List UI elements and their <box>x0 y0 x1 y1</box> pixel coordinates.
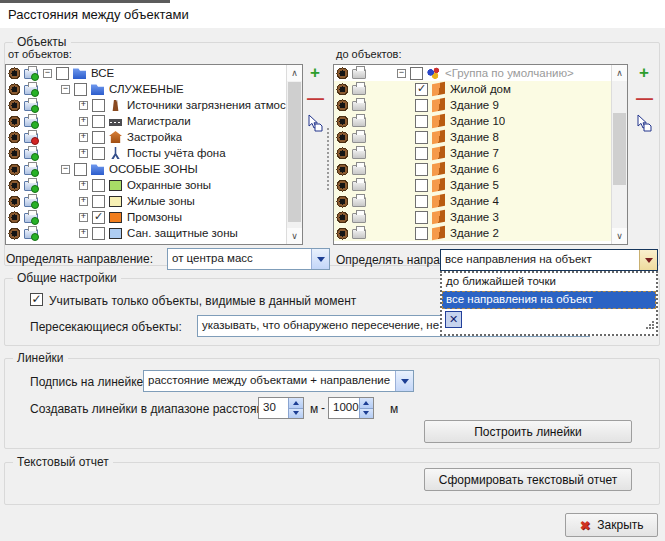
tree-checkbox[interactable] <box>74 83 87 96</box>
eye-icon[interactable] <box>336 147 349 160</box>
eye-icon[interactable] <box>336 195 349 208</box>
printer-icon[interactable] <box>352 133 366 143</box>
tree-item-label[interactable]: Жилые зоны <box>127 195 195 207</box>
scroll-up-icon[interactable]: ∧ <box>612 65 627 81</box>
expand-toggle-icon[interactable] <box>79 133 88 142</box>
eye-icon[interactable] <box>336 131 349 144</box>
printer-icon[interactable] <box>24 133 38 143</box>
tree-checkbox[interactable] <box>92 211 105 224</box>
tree-checkbox[interactable] <box>92 179 105 192</box>
tree-item-label[interactable]: Промзоны <box>127 211 182 223</box>
scrollbar-thumb[interactable] <box>613 113 626 185</box>
expand-toggle-icon[interactable] <box>79 229 88 238</box>
tree-row[interactable]: ВСЕ <box>6 65 287 81</box>
printer-icon[interactable] <box>24 229 38 239</box>
eye-icon[interactable] <box>8 211 21 224</box>
tree-item-label[interactable]: Здание 7 <box>450 147 499 159</box>
pick-to-objects-icon[interactable] <box>634 114 652 135</box>
tree-item-label[interactable]: Источники загрязнения атмос... <box>127 99 287 111</box>
tree-checkbox[interactable] <box>415 179 428 192</box>
tree-item-label[interactable]: ОСОБЫЕ ЗОНЫ <box>109 163 198 175</box>
tree-row[interactable]: Здание 5 <box>334 177 612 193</box>
expand-toggle-icon[interactable] <box>61 85 70 94</box>
printer-icon[interactable] <box>352 149 366 159</box>
tree-checkbox[interactable] <box>415 131 428 144</box>
printer-icon[interactable] <box>352 181 366 191</box>
expand-toggle-icon[interactable] <box>79 149 88 158</box>
eye-icon[interactable] <box>8 195 21 208</box>
to-objects-tree[interactable]: <Группа по умолчанию> Жилой дом <box>333 64 628 245</box>
ruler-caption-combo[interactable]: расстояние между объектами + направление <box>143 370 414 392</box>
tree-row[interactable]: Здание 6 <box>334 161 612 177</box>
expand-toggle-icon[interactable] <box>79 197 88 206</box>
expand-toggle-icon[interactable] <box>61 165 70 174</box>
chevron-down-icon[interactable] <box>311 249 329 269</box>
tree-checkbox[interactable] <box>74 163 87 176</box>
range-min-value[interactable]: 30 <box>259 398 288 418</box>
printer-icon[interactable] <box>24 117 38 127</box>
tree-checkbox[interactable] <box>415 163 428 176</box>
from-direction-combo[interactable]: от центра масс <box>167 248 330 270</box>
spin-up-icon[interactable] <box>289 398 303 408</box>
tree-checkbox[interactable] <box>415 99 428 112</box>
tree-item-label[interactable]: Сан. защитные зоны <box>127 227 238 239</box>
eye-icon[interactable] <box>8 83 21 96</box>
tree-row[interactable]: Застройка <box>6 129 287 145</box>
tree-item-label[interactable]: Здание 8 <box>450 131 499 143</box>
tree-item-label[interactable]: ВСЕ <box>91 67 114 79</box>
eye-icon[interactable] <box>8 67 21 80</box>
printer-icon[interactable] <box>24 101 38 111</box>
add-to-objects-button[interactable]: + <box>636 66 652 80</box>
tree-row[interactable]: Здание 9 <box>334 97 612 113</box>
tree-row[interactable]: <Группа по умолчанию> <box>334 65 612 81</box>
eye-icon[interactable] <box>8 179 21 192</box>
tree-item-label[interactable]: Магистрали <box>127 115 191 127</box>
expand-toggle-icon[interactable] <box>43 69 52 78</box>
expand-toggle-icon[interactable] <box>79 117 88 126</box>
tree-checkbox[interactable] <box>92 147 105 160</box>
spin-up-icon[interactable] <box>360 398 373 408</box>
to-direction-combo[interactable]: все направления на объект <box>440 249 658 271</box>
tree-checkbox[interactable] <box>415 227 428 240</box>
chevron-down-icon[interactable] <box>639 250 657 270</box>
eye-icon[interactable] <box>336 163 349 176</box>
tree-item-label[interactable]: Застройка <box>127 131 182 143</box>
printer-icon[interactable] <box>352 165 366 175</box>
range-max-value[interactable]: 1000 <box>329 398 359 418</box>
tree-checkbox[interactable] <box>415 147 428 160</box>
printer-icon[interactable] <box>24 213 38 223</box>
tree-item-label[interactable]: Здание 10 <box>450 115 505 127</box>
to-tree-scrollbar[interactable]: ∧ ∨ <box>611 65 627 244</box>
add-from-objects-button[interactable]: + <box>307 66 323 80</box>
tree-item-label[interactable]: Здание 9 <box>450 99 499 111</box>
eye-icon[interactable] <box>336 115 349 128</box>
tree-checkbox[interactable] <box>92 195 105 208</box>
dropdown-option[interactable]: все направления на объект <box>442 291 656 309</box>
pick-from-objects-icon[interactable] <box>305 114 323 135</box>
printer-icon[interactable] <box>24 181 38 191</box>
tree-checkbox[interactable] <box>415 83 428 96</box>
eye-icon[interactable] <box>336 99 349 112</box>
tree-row[interactable]: Сан. защитные зоны <box>6 225 287 241</box>
range-max-spinner[interactable]: 1000 <box>328 397 374 419</box>
tree-item-label[interactable]: Здание 5 <box>450 179 499 191</box>
scrollbar-thumb[interactable] <box>288 82 301 222</box>
printer-icon[interactable] <box>24 197 38 207</box>
generate-report-button[interactable]: Сформировать текстовый отчет <box>424 468 632 491</box>
tree-checkbox[interactable] <box>415 211 428 224</box>
x-clear-icon[interactable] <box>445 311 462 328</box>
eye-icon[interactable] <box>336 67 349 80</box>
tree-row[interactable]: Магистрали <box>6 113 287 129</box>
tree-item-label[interactable]: Здание 6 <box>450 163 499 175</box>
printer-icon[interactable] <box>352 197 366 207</box>
visible-only-checkbox[interactable] <box>30 293 43 306</box>
tree-row[interactable]: Жилые зоны <box>6 193 287 209</box>
eye-icon[interactable] <box>336 83 349 96</box>
eye-icon[interactable] <box>336 227 349 240</box>
tree-item-label[interactable]: Охранные зоны <box>127 179 211 191</box>
tree-checkbox[interactable] <box>92 227 105 240</box>
eye-icon[interactable] <box>8 99 21 112</box>
tree-row[interactable]: Здание 10 <box>334 113 612 129</box>
tree-checkbox[interactable] <box>92 99 105 112</box>
scroll-down-icon[interactable]: ∨ <box>612 228 627 244</box>
